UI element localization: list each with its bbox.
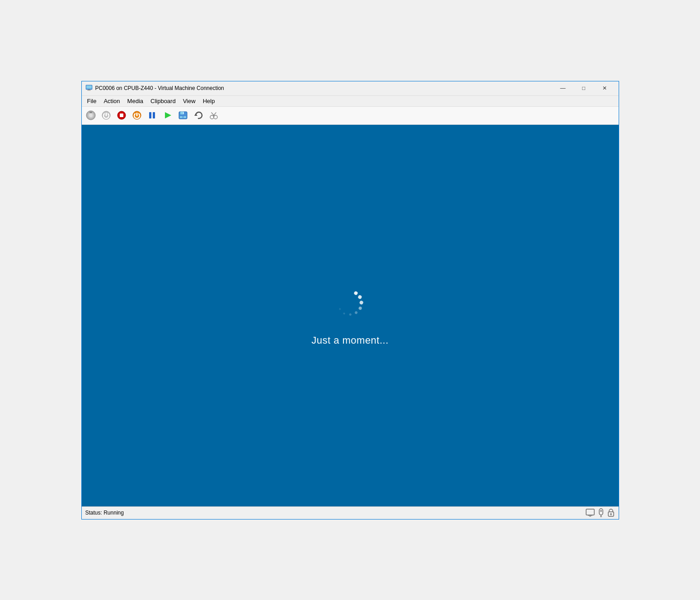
- svg-rect-35: [588, 515, 592, 516]
- svg-point-27: [359, 300, 364, 305]
- vm-icon: [85, 84, 93, 93]
- svg-rect-7: [89, 112, 92, 113]
- menu-bar: File Action Media Clipboard View Help: [82, 96, 619, 107]
- svg-rect-36: [589, 516, 591, 517]
- menu-clipboard[interactable]: Clipboard: [147, 96, 179, 106]
- svg-rect-9: [105, 113, 107, 116]
- close-button[interactable]: ✕: [594, 81, 615, 95]
- delete-button[interactable]: [207, 108, 221, 123]
- loading-spinner: [332, 285, 368, 321]
- spinner-svg: [325, 278, 375, 327]
- vm-screen[interactable]: Just a moment...: [82, 125, 619, 506]
- power-on-button[interactable]: [130, 108, 144, 123]
- minimize-button[interactable]: —: [553, 81, 573, 95]
- svg-point-20: [183, 117, 183, 118]
- loading-text: Just a moment...: [311, 335, 389, 346]
- stop-button[interactable]: [114, 108, 129, 123]
- pause-button[interactable]: [145, 108, 160, 123]
- save-icon: [178, 110, 188, 120]
- pause-icon: [149, 112, 155, 118]
- svg-rect-13: [136, 113, 137, 116]
- restore-button[interactable]: □: [573, 81, 594, 95]
- svg-rect-3: [87, 90, 91, 91]
- svg-marker-21: [194, 113, 197, 116]
- svg-point-28: [357, 306, 362, 311]
- power-off-icon: [101, 110, 111, 120]
- menu-help[interactable]: Help: [199, 96, 219, 106]
- svg-rect-2: [88, 90, 90, 90]
- screenshot-icon: [86, 110, 96, 120]
- power-off-button[interactable]: [99, 108, 113, 123]
- menu-view[interactable]: View: [179, 96, 199, 106]
- power-on-icon: [132, 110, 142, 120]
- svg-point-38: [600, 510, 602, 512]
- lock-icon: [607, 508, 615, 518]
- svg-point-31: [343, 311, 346, 314]
- status-icons: [585, 508, 615, 518]
- menu-file[interactable]: File: [84, 96, 100, 106]
- revert-button[interactable]: [191, 108, 206, 123]
- resume-button[interactable]: [160, 108, 175, 123]
- svg-point-6: [89, 113, 93, 117]
- usb-icon: [597, 508, 605, 518]
- screenshot-button[interactable]: [84, 108, 98, 123]
- toolbar: [82, 107, 619, 125]
- svg-point-30: [348, 312, 352, 316]
- svg-rect-11: [120, 113, 123, 117]
- play-icon: [163, 111, 172, 120]
- svg-rect-17: [183, 112, 184, 114]
- status-bar: Status: Running: [82, 506, 619, 519]
- menu-action[interactable]: Action: [100, 96, 123, 106]
- status-text: Status: Running: [85, 510, 585, 516]
- title-text: PC0006 on CPUB-Z440 - Virtual Machine Co…: [95, 85, 553, 91]
- svg-point-26: [357, 295, 362, 300]
- delete-icon: [209, 110, 219, 120]
- svg-rect-1: [86, 85, 92, 89]
- svg-point-32: [338, 307, 340, 310]
- svg-point-29: [354, 310, 358, 315]
- svg-rect-34: [586, 509, 594, 515]
- title-bar: PC0006 on CPUB-Z440 - Virtual Machine Co…: [82, 81, 619, 96]
- app-window: PC0006 on CPUB-Z440 - Virtual Machine Co…: [81, 81, 619, 520]
- svg-rect-40: [600, 516, 602, 517]
- revert-icon: [194, 111, 203, 120]
- menu-media[interactable]: Media: [124, 96, 147, 106]
- svg-point-33: [337, 302, 339, 304]
- save-state-button[interactable]: [176, 108, 190, 123]
- stop-icon: [117, 110, 127, 120]
- monitor-icon: [585, 508, 595, 518]
- svg-marker-14: [165, 112, 171, 118]
- window-controls: — □ ✕: [553, 81, 615, 95]
